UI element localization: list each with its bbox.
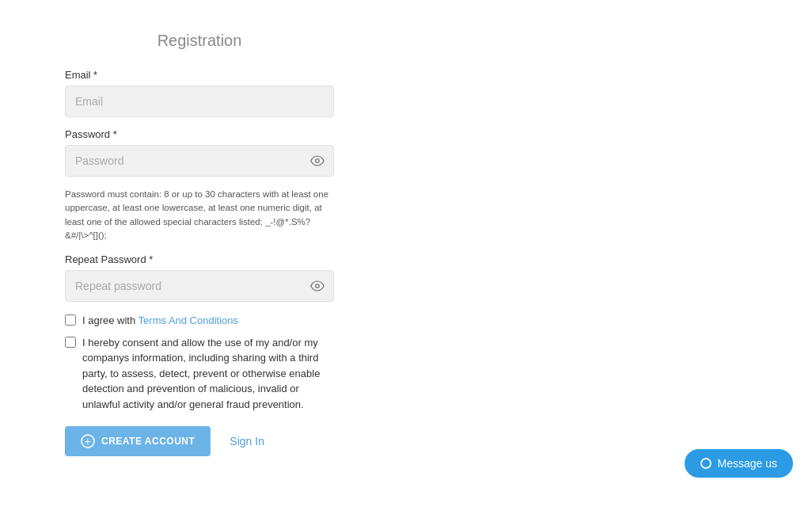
repeat-password-label: Repeat Password *: [65, 253, 334, 265]
password-hint: Password must contain: 8 or up to 30 cha…: [65, 188, 334, 242]
sign-in-link[interactable]: Sign In: [230, 435, 264, 448]
message-us-label: Message us: [718, 457, 777, 470]
consent-checkbox-group: I hereby consent and allow the use of my…: [65, 335, 334, 413]
terms-label: I agree with Terms And Conditions: [82, 313, 238, 329]
email-input[interactable]: [65, 86, 334, 117]
form-container: Registration Email * Password *: [65, 32, 334, 456]
create-account-button[interactable]: + CREATE ACCOUNT: [65, 426, 211, 456]
page-wrapper: Registration Email * Password *: [0, 0, 812, 522]
password-field-group: Password *: [65, 128, 334, 177]
form-actions: + CREATE ACCOUNT Sign In: [65, 426, 334, 456]
message-dot-icon: [700, 458, 711, 469]
terms-checkbox-group: I agree with Terms And Conditions: [65, 313, 334, 329]
terms-checkbox[interactable]: [65, 314, 76, 326]
repeat-password-input-wrapper: [65, 270, 334, 302]
create-account-label: CREATE ACCOUNT: [101, 436, 195, 447]
email-input-wrapper: [65, 86, 334, 117]
password-input-wrapper: [65, 145, 334, 177]
consent-label: I hereby consent and allow the use of my…: [82, 335, 334, 413]
password-label: Password *: [65, 128, 334, 140]
email-label: Email *: [65, 69, 334, 81]
svg-point-0: [316, 159, 320, 163]
create-plus-icon: +: [81, 434, 95, 448]
consent-checkbox[interactable]: [65, 337, 76, 348]
terms-link[interactable]: Terms And Conditions: [138, 314, 238, 326]
password-toggle-icon[interactable]: [310, 154, 324, 168]
svg-point-1: [316, 284, 320, 288]
repeat-password-field-group: Repeat Password *: [65, 253, 334, 302]
email-field-group: Email *: [65, 69, 334, 117]
message-us-button[interactable]: Message us: [685, 449, 793, 478]
password-input[interactable]: [65, 145, 334, 177]
page-title: Registration: [65, 32, 334, 50]
repeat-password-toggle-icon[interactable]: [310, 279, 324, 293]
repeat-password-input[interactable]: [65, 270, 334, 302]
